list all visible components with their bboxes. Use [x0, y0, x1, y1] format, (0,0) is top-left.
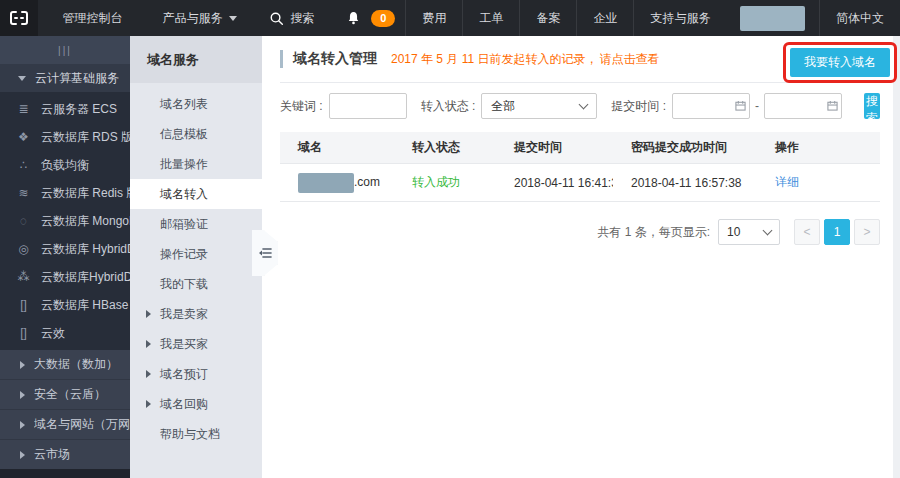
- submit-time-filter: 提交时间 : -: [611, 93, 842, 119]
- submenu-item-domain-list[interactable]: 域名列表: [130, 89, 262, 119]
- keyword-label: 关键词 :: [280, 98, 323, 115]
- view-legacy-records-link[interactable]: 请点击查看: [600, 51, 660, 68]
- submenu-item-batch-ops[interactable]: 批量操作: [130, 149, 262, 179]
- sidebar-group-cloud-basics[interactable]: 云计算基础服务: [0, 64, 130, 92]
- language-switcher[interactable]: 简体中文: [819, 0, 900, 36]
- chevron-right-icon: [20, 361, 25, 369]
- transfer-in-table: 域名 转入状态 提交时间 密码提交成功时间 操作 .com 转入成功 2018-…: [280, 132, 880, 202]
- domain-service-submenu: 域名服务 域名列表 信息模板 批量操作 域名转入 邮箱验证 操作记录 我的下载 …: [130, 36, 262, 478]
- page-1-button[interactable]: 1: [824, 219, 850, 245]
- nav-item-icp[interactable]: 备案: [519, 0, 576, 36]
- cell-actions: 详细: [757, 174, 880, 191]
- main-content: 域名转入管理 2017 年 5 月 11 日前发起转入的记录， 请点击查看 关键…: [262, 36, 900, 478]
- hybriddb-fo-icon: ⁂: [15, 270, 32, 284]
- domain-name-redacted: [298, 173, 354, 193]
- sidebar-group-marketplace[interactable]: 云市场: [0, 440, 130, 470]
- console-home-link[interactable]: 管理控制台: [38, 0, 146, 36]
- header-password-time: 密码提交成功时间: [613, 139, 757, 156]
- submenu-item-seller[interactable]: 我是卖家: [130, 299, 262, 329]
- detail-link[interactable]: 详细: [775, 175, 799, 189]
- sidebar-item-hybriddb-fo[interactable]: ⁂ 云数据库HybridDB fo...: [0, 263, 130, 291]
- chevron-down-icon: [763, 225, 773, 235]
- submenu-item-buyback[interactable]: 域名回购: [130, 389, 262, 419]
- calendar-icon: [827, 100, 838, 111]
- header-submit-time: 提交时间: [496, 139, 613, 156]
- redis-icon: ≋: [15, 186, 32, 200]
- sidebar-item-mongodb[interactable]: ◌ 云数据库 MongoDB 版: [0, 207, 130, 235]
- submenu-title: 域名服务: [130, 36, 262, 83]
- hbase-icon: []: [15, 298, 32, 312]
- slb-icon: ∴: [15, 158, 32, 172]
- sidebar-item-hbase[interactable]: [] 云数据库 HBase 版: [0, 291, 130, 319]
- chevron-down-icon: [579, 99, 589, 109]
- filter-bar: 关键词 : 转入状态 : 全部 提交时间 : -: [280, 93, 880, 119]
- chevron-right-icon: [146, 400, 151, 408]
- collapse-panel-icon: [259, 247, 272, 259]
- global-search[interactable]: 搜索: [253, 0, 330, 36]
- status-badge: 转入成功: [412, 175, 460, 189]
- cell-password-time: 2018-04-11 16:57:38: [613, 176, 757, 190]
- date-range-separator: -: [755, 99, 759, 113]
- nav-item-billing[interactable]: 费用: [405, 0, 462, 36]
- table-row: .com 转入成功 2018-04-11 16:41:37 2018-04-11…: [280, 164, 880, 202]
- submenu-item-info-template[interactable]: 信息模板: [130, 119, 262, 149]
- bell-icon: [346, 10, 361, 26]
- notifications-bell[interactable]: [330, 0, 371, 36]
- top-navbar: 管理控制台 产品与服务 搜索 0 费用 工单 备案 企业 支持与服务 简体中文: [0, 0, 900, 36]
- submenu-item-buyer[interactable]: 我是买家: [130, 329, 262, 359]
- sidebar-collapse-handle[interactable]: |||: [0, 36, 130, 64]
- nav-item-enterprise[interactable]: 企业: [576, 0, 633, 36]
- sidebar-group-list: 大数据（数加） 安全（云盾） 域名与网站（万网） 云市场: [0, 350, 130, 470]
- submenu-item-my-downloads[interactable]: 我的下载: [130, 269, 262, 299]
- date-from-field: [672, 93, 750, 119]
- sidebar-item-ecs[interactable]: ≣ 云服务器 ECS: [0, 95, 130, 123]
- submenu-item-operation-log[interactable]: 操作记录: [130, 239, 262, 269]
- brackets-logo-icon: [8, 10, 30, 26]
- cell-domain: .com: [280, 173, 394, 193]
- aliyun-logo[interactable]: [0, 0, 38, 36]
- page-scrollbar[interactable]: [893, 36, 900, 478]
- chevron-right-icon: [20, 391, 25, 399]
- pager: < 1 >: [794, 219, 880, 245]
- page-title: 域名转入管理: [280, 50, 377, 68]
- chevron-right-icon: [146, 370, 151, 378]
- submenu-item-preorder[interactable]: 域名预订: [130, 359, 262, 389]
- legacy-records-notice: 2017 年 5 月 11 日前发起转入的记录，: [391, 51, 598, 68]
- keyword-filter: 关键词 :: [280, 93, 407, 119]
- status-label: 转入状态 :: [421, 98, 476, 115]
- yunxiao-icon: []: [15, 326, 32, 340]
- submenu-item-transfer-in[interactable]: 域名转入: [130, 179, 262, 209]
- sidebar-group-security[interactable]: 安全（云盾）: [0, 380, 130, 410]
- submit-time-label: 提交时间 :: [611, 98, 666, 115]
- header-status: 转入状态: [394, 139, 496, 156]
- nav-item-tickets[interactable]: 工单: [462, 0, 519, 36]
- date-to-field: [764, 93, 842, 119]
- ecs-icon: ≣: [15, 102, 32, 116]
- keyword-input[interactable]: [329, 93, 407, 119]
- sidebar-item-hybriddb-f[interactable]: ◎ 云数据库 HybridDB f...: [0, 235, 130, 263]
- sidebar-group-domains[interactable]: 域名与网站（万网）: [0, 410, 130, 440]
- next-page-button[interactable]: >: [854, 219, 880, 245]
- annotation-highlight-box: 我要转入域名: [783, 42, 897, 83]
- submenu-item-email-verify[interactable]: 邮箱验证: [130, 209, 262, 239]
- notification-count-badge[interactable]: 0: [371, 10, 395, 27]
- account-name-redacted[interactable]: [740, 6, 805, 31]
- sidebar-item-rds[interactable]: ❖ 云数据库 RDS 版: [0, 123, 130, 151]
- sidebar-item-yunxiao[interactable]: [] 云效: [0, 319, 130, 347]
- prev-page-button[interactable]: <: [794, 219, 820, 245]
- search-button[interactable]: 搜索: [864, 93, 880, 119]
- cell-submit-time: 2018-04-11 16:41:37: [496, 176, 613, 190]
- cell-status: 转入成功: [394, 174, 496, 191]
- products-services-menu[interactable]: 产品与服务: [146, 0, 253, 36]
- sidebar-item-slb[interactable]: ∴ 负载均衡: [0, 151, 130, 179]
- submenu-item-help-docs[interactable]: 帮助与文档: [130, 419, 262, 449]
- rds-icon: ❖: [15, 130, 32, 144]
- sidebar-item-redis[interactable]: ≋ 云数据库 Redis 版: [0, 179, 130, 207]
- transfer-in-domain-button[interactable]: 我要转入域名: [790, 48, 890, 77]
- page-size-select[interactable]: 10: [718, 219, 780, 245]
- nav-item-support[interactable]: 支持与服务: [633, 0, 726, 36]
- pagination-bar: 共有 1 条，每页显示: 10 < 1 >: [280, 219, 880, 245]
- status-select[interactable]: 全部: [481, 93, 597, 119]
- header-domain: 域名: [280, 139, 394, 156]
- sidebar-group-bigdata[interactable]: 大数据（数加）: [0, 350, 130, 380]
